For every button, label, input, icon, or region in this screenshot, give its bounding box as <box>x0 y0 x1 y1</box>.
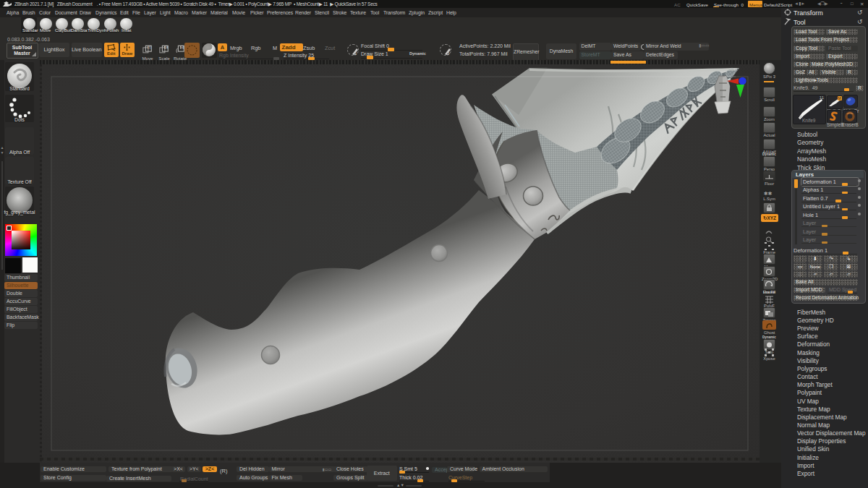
svg-text:R: R <box>181 46 184 50</box>
svg-text:✱✱: ✱✱ <box>764 191 773 196</box>
svg-text:M: M <box>148 46 151 50</box>
